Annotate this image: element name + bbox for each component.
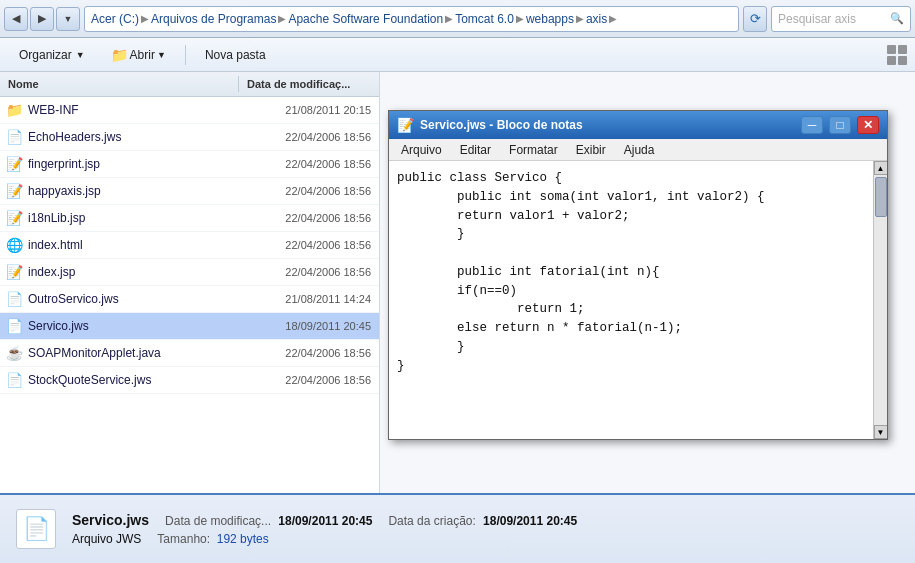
- menu-exibir[interactable]: Exibir: [568, 141, 614, 159]
- file-type: Arquivo JWS: [72, 532, 141, 546]
- up-button[interactable]: ▼: [56, 7, 80, 31]
- file-icon: 📝: [0, 154, 28, 174]
- file-icon: 🌐: [0, 235, 28, 255]
- breadcrumb-item-drive[interactable]: Acer (C:): [91, 12, 139, 26]
- file-list-item[interactable]: 📝 happyaxis.jsp 22/04/2006 18:56: [0, 178, 379, 205]
- file-name: EchoHeaders.jws: [28, 130, 239, 144]
- file-icon: 📄: [0, 289, 28, 309]
- code-editor[interactable]: [389, 161, 873, 439]
- breadcrumb-sep-3: ▶: [445, 13, 453, 24]
- file-list-item[interactable]: 📝 index.jsp 22/04/2006 18:56: [0, 259, 379, 286]
- status-info: Servico.jws Data de modificaç... 18/09/2…: [72, 512, 899, 546]
- file-date: 22/04/2006 18:56: [239, 347, 379, 359]
- size-value: 192 bytes: [217, 532, 269, 546]
- breadcrumb-sep-1: ▶: [141, 13, 149, 24]
- status-icon-glyph: 📄: [23, 516, 50, 542]
- file-date: 21/08/2011 20:15: [239, 104, 379, 116]
- search-icon: 🔍: [890, 12, 904, 25]
- breadcrumb-sep-6: ▶: [609, 13, 617, 24]
- close-button[interactable]: ✕: [857, 116, 879, 134]
- maximize-button[interactable]: □: [829, 116, 851, 134]
- file-name: happyaxis.jsp: [28, 184, 239, 198]
- file-list-item[interactable]: 🌐 index.html 22/04/2006 18:56: [0, 232, 379, 259]
- notepad-window: 📝 Servico.jws - Bloco de notas ─ □ ✕ Arq…: [388, 110, 888, 440]
- breadcrumb-item-apache[interactable]: Apache Software Foundation: [288, 12, 443, 26]
- breadcrumb-sep-5: ▶: [576, 13, 584, 24]
- nav-buttons: ◀ ▶ ▼: [4, 7, 80, 31]
- breadcrumb-item-axis[interactable]: axis: [586, 12, 607, 26]
- newfolder-button[interactable]: Nova pasta: [194, 42, 277, 68]
- file-list-item[interactable]: 📝 i18nLib.jsp 22/04/2006 18:56: [0, 205, 379, 232]
- menu-formatar[interactable]: Formatar: [501, 141, 566, 159]
- mod-label-text: Data de modificaç...: [165, 514, 271, 528]
- scroll-down-arrow[interactable]: ▼: [874, 425, 888, 439]
- file-name: index.html: [28, 238, 239, 252]
- back-button[interactable]: ◀: [4, 7, 28, 31]
- breadcrumb-item-tomcat[interactable]: Tomcat 6.0: [455, 12, 514, 26]
- file-name: Servico.jws: [28, 319, 239, 333]
- file-date: 22/04/2006 18:56: [239, 158, 379, 170]
- status-filename: Servico.jws: [72, 512, 149, 528]
- notepad-menubar: Arquivo Editar Formatar Exibir Ajuda: [389, 139, 887, 161]
- menu-ajuda[interactable]: Ajuda: [616, 141, 663, 159]
- open-button[interactable]: 📁 Abrir ▼: [100, 42, 177, 68]
- file-date: 22/04/2006 18:56: [239, 212, 379, 224]
- scroll-thumb[interactable]: [875, 177, 887, 217]
- file-name: OutroServico.jws: [28, 292, 239, 306]
- search-box[interactable]: Pesquisar axis 🔍: [771, 6, 911, 32]
- breadcrumb-item-webapps[interactable]: webapps: [526, 12, 574, 26]
- file-list: Nome Data de modificaç... 📁 WEB-INF 21/0…: [0, 72, 380, 493]
- minimize-button[interactable]: ─: [801, 116, 823, 134]
- file-icon: 📁: [0, 100, 28, 120]
- status-creation: Data da criação: 18/09/2011 20:45: [388, 513, 577, 528]
- status-file-icon: 📄: [16, 509, 56, 549]
- notepad-scrollbar[interactable]: ▲ ▼: [873, 161, 887, 439]
- status-bar: 📄 Servico.jws Data de modificaç... 18/09…: [0, 493, 915, 563]
- menu-editar[interactable]: Editar: [452, 141, 499, 159]
- mod-value: 18/09/2011 20:45: [278, 514, 372, 528]
- file-list-item[interactable]: 📄 Servico.jws 18/09/2011 20:45: [0, 313, 379, 340]
- status-row1: Servico.jws Data de modificaç... 18/09/2…: [72, 512, 899, 528]
- breadcrumb-sep-4: ▶: [516, 13, 524, 24]
- notepad-title: Servico.jws - Bloco de notas: [420, 118, 795, 132]
- column-date[interactable]: Data de modificaç...: [239, 76, 379, 92]
- file-name: WEB-INF: [28, 103, 239, 117]
- scroll-track[interactable]: [874, 175, 887, 425]
- file-list-header: Nome Data de modificaç...: [0, 72, 379, 97]
- file-name: fingerprint.jsp: [28, 157, 239, 171]
- file-date: 18/09/2011 20:45: [239, 320, 379, 332]
- organize-button[interactable]: Organizar ▼: [8, 42, 96, 68]
- organize-dropdown-icon: ▼: [76, 50, 85, 60]
- forward-button[interactable]: ▶: [30, 7, 54, 31]
- creation-value: 18/09/2011 20:45: [483, 514, 577, 528]
- refresh-button[interactable]: ⟳: [743, 6, 767, 32]
- folder-icon: 📁: [111, 47, 128, 63]
- breadcrumb-item-programas[interactable]: Arquivos de Programas: [151, 12, 276, 26]
- file-list-item[interactable]: ☕ SOAPMonitorApplet.java 22/04/2006 18:5…: [0, 340, 379, 367]
- size-info: Tamanho: 192 bytes: [157, 532, 268, 546]
- column-name[interactable]: Nome: [0, 76, 239, 92]
- notepad-titlebar[interactable]: 📝 Servico.jws - Bloco de notas ─ □ ✕: [389, 111, 887, 139]
- file-date: 22/04/2006 18:56: [239, 131, 379, 143]
- file-icon: 📝: [0, 262, 28, 282]
- size-label-text: Tamanho:: [157, 532, 210, 546]
- status-mod-label: Data de modificaç... 18/09/2011 20:45: [165, 513, 372, 528]
- scroll-up-arrow[interactable]: ▲: [874, 161, 888, 175]
- file-icon: 📝: [0, 208, 28, 228]
- file-icon: 📝: [0, 181, 28, 201]
- newfolder-label: Nova pasta: [205, 48, 266, 62]
- breadcrumb[interactable]: Acer (C:) ▶ Arquivos de Programas ▶ Apac…: [84, 6, 739, 32]
- file-date: 22/04/2006 18:56: [239, 374, 379, 386]
- file-list-item[interactable]: 📁 WEB-INF 21/08/2011 20:15: [0, 97, 379, 124]
- file-list-item[interactable]: 📄 StockQuoteService.jws 22/04/2006 18:56: [0, 367, 379, 394]
- file-name: SOAPMonitorApplet.java: [28, 346, 239, 360]
- file-name: i18nLib.jsp: [28, 211, 239, 225]
- file-list-item[interactable]: 📝 fingerprint.jsp 22/04/2006 18:56: [0, 151, 379, 178]
- file-list-item[interactable]: 📄 OutroServico.jws 21/08/2011 14:24: [0, 286, 379, 313]
- breadcrumb-sep-2: ▶: [278, 13, 286, 24]
- open-label: Abrir: [130, 48, 155, 62]
- menu-arquivo[interactable]: Arquivo: [393, 141, 450, 159]
- status-row2: Arquivo JWS Tamanho: 192 bytes: [72, 532, 899, 546]
- file-list-item[interactable]: 📄 EchoHeaders.jws 22/04/2006 18:56: [0, 124, 379, 151]
- view-mode-icon[interactable]: [887, 45, 907, 65]
